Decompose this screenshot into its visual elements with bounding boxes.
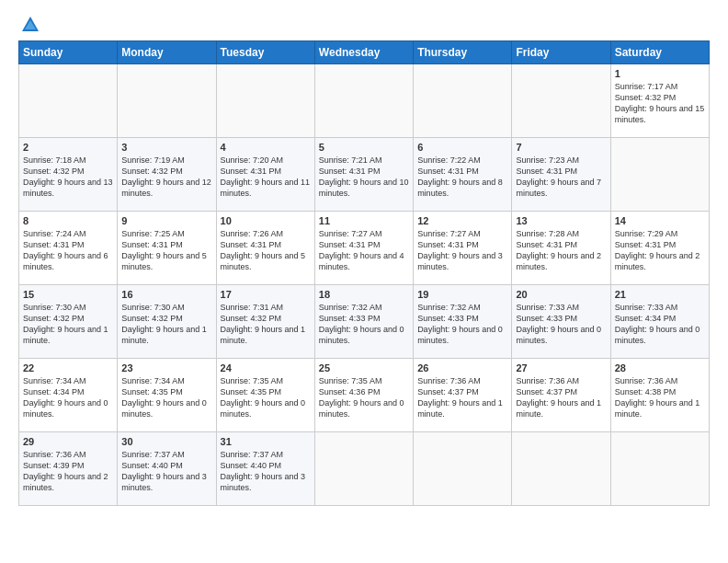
calendar-day-header: Sunday [19, 41, 118, 64]
calendar-cell: 22Sunrise: 7:34 AMSunset: 4:34 PMDayligh… [19, 359, 118, 432]
calendar-week-row: 2Sunrise: 7:18 AMSunset: 4:32 PMDaylight… [19, 138, 710, 212]
calendar-table: SundayMondayTuesdayWednesdayThursdayFrid… [18, 40, 710, 506]
calendar-cell: 18Sunrise: 7:32 AMSunset: 4:33 PMDayligh… [314, 285, 413, 359]
calendar-cell-empty [216, 64, 314, 138]
calendar-cell: 5Sunrise: 7:21 AMSunset: 4:31 PMDaylight… [314, 138, 413, 212]
calendar-cell: 6Sunrise: 7:22 AMSunset: 4:31 PMDaylight… [414, 138, 512, 212]
calendar-cell-empty [512, 64, 610, 138]
calendar-day-header: Wednesday [314, 41, 413, 64]
calendar-week-row: 22Sunrise: 7:34 AMSunset: 4:34 PMDayligh… [19, 359, 710, 432]
calendar-week-row: 8Sunrise: 7:24 AMSunset: 4:31 PMDaylight… [19, 212, 710, 285]
calendar-cell: 29Sunrise: 7:36 AMSunset: 4:39 PMDayligh… [19, 432, 118, 506]
calendar-cell: 23Sunrise: 7:34 AMSunset: 4:35 PMDayligh… [118, 359, 216, 432]
calendar-cell: 16Sunrise: 7:30 AMSunset: 4:32 PMDayligh… [118, 285, 216, 359]
calendar-cell: 12Sunrise: 7:27 AMSunset: 4:31 PMDayligh… [414, 212, 512, 285]
logo-text [18, 15, 40, 35]
calendar-cell: 17Sunrise: 7:31 AMSunset: 4:32 PMDayligh… [216, 285, 314, 359]
calendar-cell: 21Sunrise: 7:33 AMSunset: 4:34 PMDayligh… [610, 285, 709, 359]
calendar-cell-empty [19, 64, 118, 138]
calendar-day-header: Friday [512, 41, 610, 64]
calendar-cell: 9Sunrise: 7:25 AMSunset: 4:31 PMDaylight… [118, 212, 216, 285]
calendar-cell: 26Sunrise: 7:36 AMSunset: 4:37 PMDayligh… [414, 359, 512, 432]
calendar-cell: 28Sunrise: 7:36 AMSunset: 4:38 PMDayligh… [610, 359, 709, 432]
calendar-day-header: Thursday [414, 41, 512, 64]
calendar-cell: 4Sunrise: 7:20 AMSunset: 4:31 PMDaylight… [216, 138, 314, 212]
calendar-cell-empty [414, 432, 512, 506]
calendar-cell: 14Sunrise: 7:29 AMSunset: 4:31 PMDayligh… [610, 212, 709, 285]
calendar-day-header: Saturday [610, 41, 709, 64]
calendar-cell: 20Sunrise: 7:33 AMSunset: 4:33 PMDayligh… [512, 285, 610, 359]
calendar-week-row: 29Sunrise: 7:36 AMSunset: 4:39 PMDayligh… [19, 432, 710, 506]
calendar-cell-empty [314, 64, 413, 138]
calendar-cell: 27Sunrise: 7:36 AMSunset: 4:37 PMDayligh… [512, 359, 610, 432]
calendar-cell: 10Sunrise: 7:26 AMSunset: 4:31 PMDayligh… [216, 212, 314, 285]
calendar-cell-empty [314, 432, 413, 506]
header [18, 15, 710, 31]
calendar-cell: 31Sunrise: 7:37 AMSunset: 4:40 PMDayligh… [216, 432, 314, 506]
calendar-cell: 30Sunrise: 7:37 AMSunset: 4:40 PMDayligh… [118, 432, 216, 506]
calendar-cell-empty [118, 64, 216, 138]
calendar-day-header: Tuesday [216, 41, 314, 64]
calendar-cell: 1Sunrise: 7:17 AMSunset: 4:32 PMDaylight… [610, 64, 709, 138]
calendar-cell: 25Sunrise: 7:35 AMSunset: 4:36 PMDayligh… [314, 359, 413, 432]
calendar-cell-empty [610, 432, 709, 506]
calendar-cell: 15Sunrise: 7:30 AMSunset: 4:32 PMDayligh… [19, 285, 118, 359]
calendar-cell: 8Sunrise: 7:24 AMSunset: 4:31 PMDaylight… [19, 212, 118, 285]
calendar-cell: 19Sunrise: 7:32 AMSunset: 4:33 PMDayligh… [414, 285, 512, 359]
logo [18, 15, 40, 31]
calendar-cell: 13Sunrise: 7:28 AMSunset: 4:31 PMDayligh… [512, 212, 610, 285]
calendar-cell-empty [414, 64, 512, 138]
calendar-week-row: 15Sunrise: 7:30 AMSunset: 4:32 PMDayligh… [19, 285, 710, 359]
page: SundayMondayTuesdayWednesdayThursdayFrid… [0, 0, 728, 563]
calendar-cell: 24Sunrise: 7:35 AMSunset: 4:35 PMDayligh… [216, 359, 314, 432]
calendar-cell: 7Sunrise: 7:23 AMSunset: 4:31 PMDaylight… [512, 138, 610, 212]
calendar-header-row: SundayMondayTuesdayWednesdayThursdayFrid… [19, 41, 710, 64]
calendar-cell: 11Sunrise: 7:27 AMSunset: 4:31 PMDayligh… [314, 212, 413, 285]
calendar-cell: 3Sunrise: 7:19 AMSunset: 4:32 PMDaylight… [118, 138, 216, 212]
calendar-day-header: Monday [118, 41, 216, 64]
calendar-week-row: 1Sunrise: 7:17 AMSunset: 4:32 PMDaylight… [19, 64, 710, 138]
calendar-cell: 2Sunrise: 7:18 AMSunset: 4:32 PMDaylight… [19, 138, 118, 212]
calendar-cell-empty [512, 432, 610, 506]
logo-icon [20, 15, 40, 35]
calendar-cell-empty [610, 138, 709, 212]
